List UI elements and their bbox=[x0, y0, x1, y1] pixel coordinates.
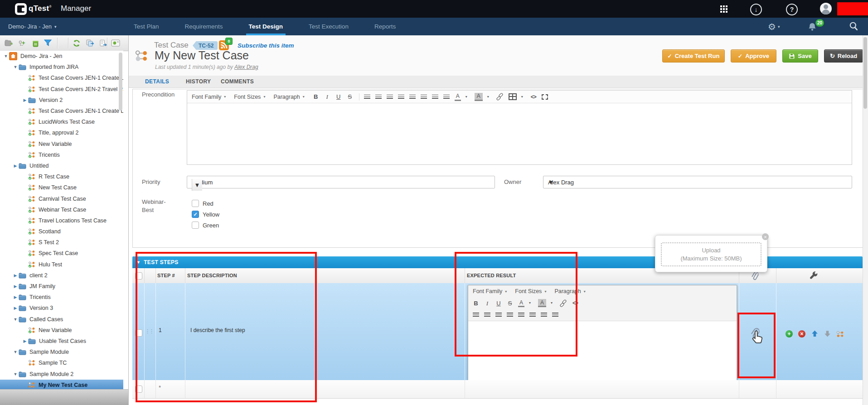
tree-item[interactable]: Carnival Test Case bbox=[0, 193, 123, 204]
tree-item[interactable]: Test Case Covers JEN-1 Create La bbox=[0, 106, 123, 116]
reload-button[interactable]: ↻Reload bbox=[824, 49, 863, 63]
ol-icon[interactable] bbox=[484, 313, 490, 317]
outdent-icon[interactable] bbox=[387, 95, 393, 99]
tab-details[interactable]: DETAILS bbox=[145, 78, 169, 85]
snapshot-icon[interactable] bbox=[111, 39, 121, 48]
forecolor-icon[interactable]: A bbox=[455, 93, 461, 101]
nav-tab-reports[interactable]: Reports bbox=[374, 18, 396, 35]
expander-icon[interactable]: ▼ bbox=[12, 317, 19, 322]
table-icon[interactable] bbox=[509, 93, 517, 100]
expander-icon[interactable]: ▶ bbox=[22, 339, 28, 343]
tree-item[interactable]: S Test 2 bbox=[0, 237, 123, 248]
filter-icon[interactable] bbox=[43, 39, 53, 48]
align-left-icon[interactable] bbox=[409, 95, 416, 99]
backcolor-icon[interactable]: A bbox=[475, 93, 483, 101]
tree-item[interactable]: ▼Sample Module 2 bbox=[0, 368, 123, 379]
expander-icon[interactable]: ▶ bbox=[12, 273, 19, 278]
strike-icon[interactable]: S bbox=[347, 93, 353, 100]
nav-tab-requirements[interactable]: Requirements bbox=[185, 18, 223, 35]
align-center-icon[interactable] bbox=[421, 95, 427, 99]
move-step-down-icon[interactable] bbox=[824, 330, 831, 338]
tree-item[interactable]: Scotland bbox=[0, 226, 123, 237]
settings-menu[interactable]: ⚙▾ bbox=[768, 18, 780, 35]
expander-icon[interactable]: ▶ bbox=[12, 284, 19, 289]
caret-icon[interactable]: ▾ bbox=[548, 300, 555, 307]
tree-item[interactable]: Title, approval 2 bbox=[0, 127, 123, 138]
sidebar-scrollbar-thumb[interactable] bbox=[119, 53, 122, 111]
outdent-icon[interactable] bbox=[495, 313, 502, 317]
search-button[interactable] bbox=[849, 21, 858, 33]
drag-handle-icon[interactable]: ⋮⋮ bbox=[145, 328, 153, 334]
underline-icon[interactable]: U bbox=[495, 300, 502, 307]
app-grid-icon[interactable] bbox=[720, 5, 722, 7]
owner-field[interactable]: Alex Drag ▼ bbox=[543, 176, 852, 188]
align-center-icon[interactable] bbox=[529, 313, 536, 317]
expander-icon[interactable]: ▼ bbox=[12, 65, 19, 69]
add-module-icon[interactable]: + bbox=[4, 39, 14, 48]
underline-icon[interactable]: U bbox=[335, 93, 342, 100]
expected-result-content[interactable] bbox=[468, 321, 737, 380]
priority-select[interactable]: Medium ▼ bbox=[187, 176, 495, 188]
tree-item[interactable]: ▶Version 3 bbox=[0, 303, 123, 313]
tab-comments[interactable]: COMMENTS bbox=[221, 78, 254, 85]
user-avatar[interactable] bbox=[820, 3, 832, 14]
link-icon[interactable] bbox=[496, 94, 504, 100]
ul-icon[interactable] bbox=[364, 95, 370, 99]
ul-icon[interactable] bbox=[473, 313, 479, 317]
tree-item[interactable]: ▶Tricentis bbox=[0, 292, 123, 303]
help-icon[interactable]: ? bbox=[786, 4, 798, 15]
export-icon[interactable] bbox=[98, 39, 108, 48]
bold-icon[interactable]: B bbox=[473, 300, 479, 307]
notifications-button[interactable]: 20 bbox=[808, 18, 817, 35]
checkbox-icon[interactable] bbox=[192, 222, 199, 229]
tree-item[interactable]: ▼Imported from JIRA bbox=[0, 62, 123, 72]
tree-item[interactable]: My New Test Case bbox=[0, 380, 123, 390]
caret-icon[interactable]: ▾ bbox=[519, 93, 525, 100]
recycle-bin-icon[interactable] bbox=[30, 39, 40, 48]
nav-tab-test-execution[interactable]: Test Execution bbox=[309, 18, 349, 35]
chevron-down-icon[interactable]: ▼ bbox=[192, 179, 202, 191]
copy-move-icon[interactable] bbox=[85, 39, 95, 48]
tree-item[interactable]: New Variable bbox=[0, 325, 123, 336]
subscribe-link[interactable]: Subscribe this item bbox=[238, 42, 294, 49]
save-button[interactable]: Save bbox=[782, 49, 818, 63]
code-icon[interactable]: <> bbox=[530, 93, 537, 100]
upload-dropzone[interactable]: Upload (Maximum Size: 50MB) bbox=[661, 242, 761, 266]
checkbox-checked-icon[interactable]: ✓ bbox=[192, 211, 199, 218]
tree-item[interactable]: Sample TC bbox=[0, 357, 123, 368]
caret-icon[interactable]: ▾ bbox=[485, 93, 491, 100]
row-checkbox[interactable] bbox=[135, 386, 142, 393]
backcolor-icon[interactable]: A bbox=[538, 299, 546, 307]
strike-icon[interactable]: S bbox=[507, 300, 513, 307]
tree-item[interactable]: Test Case Covers JEN-1 Create La bbox=[0, 72, 123, 83]
align-justify-icon[interactable] bbox=[552, 313, 558, 317]
call-test-case-icon[interactable] bbox=[836, 330, 844, 338]
tree-item[interactable]: Test Case Covers JEN-2 Travel Pa bbox=[0, 84, 123, 95]
precondition-editor[interactable]: Font Family▾Font Sizes▾Paragraph▾BIUSA▾A… bbox=[187, 90, 852, 165]
expander-icon[interactable]: ▼ bbox=[12, 350, 19, 354]
align-right-icon[interactable] bbox=[432, 95, 438, 99]
test-step-row-new[interactable]: * bbox=[132, 380, 863, 399]
tree-item[interactable]: R Test Case bbox=[0, 171, 123, 182]
expander-icon[interactable]: ▶ bbox=[12, 164, 19, 168]
tree-item[interactable]: ▶Usable Test Cases bbox=[0, 336, 123, 347]
wrench-icon[interactable] bbox=[810, 271, 818, 280]
close-icon[interactable]: × bbox=[762, 233, 769, 240]
paragraph-dropdown[interactable]: Paragraph▾ bbox=[273, 94, 304, 100]
expander-icon[interactable]: ▶ bbox=[12, 295, 19, 299]
updated-by-link[interactable]: Alex Drag bbox=[234, 64, 258, 70]
indent-icon[interactable] bbox=[398, 95, 404, 99]
font-family-dropdown[interactable]: Font Family▾ bbox=[473, 288, 507, 294]
tab-history[interactable]: HISTORY bbox=[186, 78, 211, 85]
tree-item[interactable]: Hulu Test bbox=[0, 259, 123, 270]
precondition-content[interactable] bbox=[187, 103, 852, 164]
tree-item[interactable]: Travel Locations Test Case bbox=[0, 215, 123, 226]
expected-result-editor[interactable]: Font Family▾Font Sizes▾Paragraph▾ BIUSA▾… bbox=[468, 285, 737, 381]
expander-icon[interactable]: ▶ bbox=[22, 98, 28, 102]
download-icon[interactable]: ↓ bbox=[750, 4, 762, 15]
step-description[interactable]: I describe the first step bbox=[190, 327, 245, 333]
align-left-icon[interactable] bbox=[518, 313, 524, 317]
main-scrollbar-thumb[interactable] bbox=[863, 37, 867, 109]
chevron-down-icon[interactable]: ▼ bbox=[548, 179, 849, 186]
align-justify-icon[interactable] bbox=[443, 95, 450, 99]
